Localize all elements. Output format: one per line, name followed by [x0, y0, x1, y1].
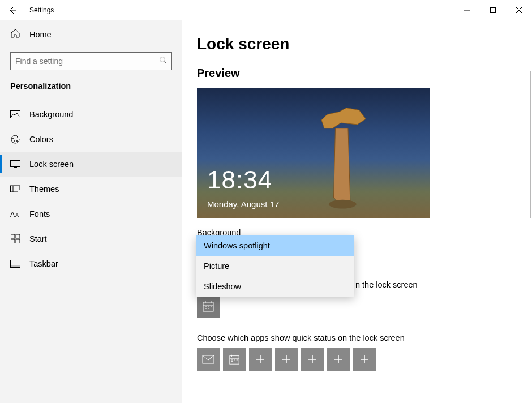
quick-status-tile-row: [197, 348, 532, 371]
svg-point-1: [160, 57, 165, 62]
search-icon: [159, 56, 167, 66]
preview-time: 18:34: [207, 166, 272, 194]
preview-date: Monday, August 17: [207, 199, 279, 209]
calendar-icon: [202, 300, 214, 312]
quick-status-tile-add[interactable]: [275, 348, 298, 371]
svg-rect-2: [11, 111, 20, 118]
sidebar-item-lock-screen[interactable]: Lock screen: [0, 152, 182, 177]
lock-screen-preview: 18:34 Monday, August 17: [197, 88, 430, 218]
sidebar-item-label: Start: [29, 234, 47, 243]
sidebar-item-colors[interactable]: Colors: [0, 127, 182, 152]
back-button[interactable]: [7, 5, 18, 16]
svg-text:A: A: [15, 212, 19, 218]
sidebar-item-label: Taskbar: [29, 259, 58, 268]
plus-icon: [282, 355, 291, 364]
plus-icon: [256, 355, 265, 364]
quick-status-tile-add[interactable]: [327, 348, 350, 371]
main-content: Lock screen Preview 18:34 Monday, August…: [182, 20, 532, 403]
maximize-icon: [490, 7, 496, 13]
quick-status-tile-mail[interactable]: [197, 348, 220, 371]
detailed-status-tile[interactable]: [197, 295, 220, 318]
home-label: Home: [29, 30, 52, 39]
minimize-button[interactable]: [454, 1, 480, 19]
sidebar-item-label: Fonts: [29, 209, 50, 218]
close-icon: [516, 7, 522, 13]
start-icon: [10, 234, 20, 244]
background-icon: [10, 109, 20, 119]
detailed-status-tile-row: [197, 295, 532, 318]
mail-icon: [202, 355, 214, 364]
sidebar-item-start[interactable]: Start: [0, 226, 182, 251]
maximize-button[interactable]: [480, 1, 506, 19]
sidebar-item-label: Themes: [29, 185, 59, 194]
lock-screen-icon: [10, 159, 20, 169]
fonts-icon: AA: [10, 209, 20, 219]
svg-rect-8: [11, 186, 18, 192]
sidebar-item-label: Colors: [29, 135, 53, 144]
scrollbar[interactable]: [530, 71, 531, 218]
quick-status-tile-add[interactable]: [249, 348, 272, 371]
quick-status-tile-add[interactable]: [353, 348, 376, 371]
quick-status-text: Choose which apps show quick status on t…: [197, 333, 532, 342]
sidebar-item-background[interactable]: Background: [0, 102, 182, 127]
search-box[interactable]: [10, 52, 172, 70]
titlebar: Settings: [0, 0, 532, 20]
sidebar: Home Personalization Background Colors L…: [0, 20, 182, 403]
svg-point-3: [12, 138, 14, 139]
svg-rect-6: [11, 161, 20, 167]
calendar-icon: [229, 354, 240, 365]
dropdown-option-slideshow[interactable]: Slideshow: [196, 276, 354, 297]
home-icon: [10, 28, 20, 41]
svg-rect-0: [491, 8, 496, 13]
svg-rect-14: [16, 239, 20, 243]
window-title: Settings: [29, 6, 54, 14]
colors-icon: [10, 134, 20, 144]
plus-icon: [334, 355, 343, 364]
svg-point-5: [16, 140, 18, 142]
svg-rect-7: [14, 167, 17, 168]
page-title: Lock screen: [197, 35, 532, 53]
svg-rect-11: [11, 234, 15, 238]
sidebar-item-label: Background: [29, 110, 73, 119]
svg-rect-12: [16, 234, 20, 238]
sidebar-item-label: Lock screen: [29, 160, 74, 169]
sidebar-item-taskbar[interactable]: Taskbar: [0, 251, 182, 276]
arrow-left-icon: [8, 6, 17, 15]
preview-heading: Preview: [197, 67, 532, 80]
category-title: Personalization: [0, 82, 182, 102]
preview-rock-image: [302, 98, 385, 209]
sidebar-item-themes[interactable]: Themes: [0, 177, 182, 202]
close-button[interactable]: [506, 1, 532, 19]
window-controls: [454, 1, 532, 19]
quick-status-tile-calendar[interactable]: [223, 348, 246, 371]
sidebar-home[interactable]: Home: [0, 20, 182, 49]
plus-icon: [308, 355, 317, 364]
svg-rect-16: [11, 265, 20, 268]
search-input[interactable]: [15, 57, 167, 66]
background-dropdown-popup: Windows spotlight Picture Slideshow: [196, 235, 354, 297]
plus-icon: [360, 355, 369, 364]
quick-status-tile-add[interactable]: [301, 348, 324, 371]
titlebar-left: Settings: [7, 5, 54, 16]
svg-text:A: A: [10, 211, 15, 218]
minimize-icon: [464, 7, 470, 13]
dropdown-option-windows-spotlight[interactable]: Windows spotlight: [196, 235, 354, 256]
svg-rect-13: [11, 239, 15, 243]
themes-icon: [10, 184, 20, 194]
taskbar-icon: [10, 259, 20, 269]
svg-point-4: [14, 140, 15, 142]
svg-point-17: [329, 200, 357, 209]
sidebar-item-fonts[interactable]: AA Fonts: [0, 202, 182, 226]
dropdown-option-picture[interactable]: Picture: [196, 256, 354, 276]
